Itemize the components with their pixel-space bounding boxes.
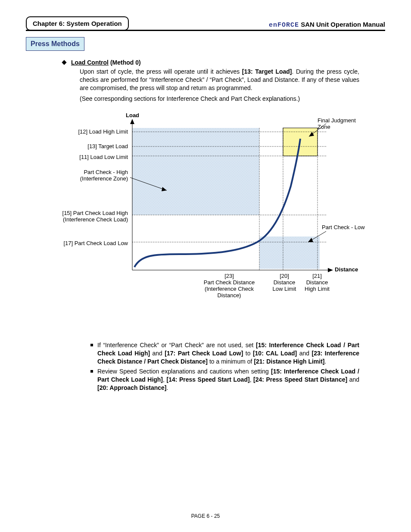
annotation-part-check-low: Part Check - Low [322, 224, 365, 230]
x-tick-21: [21] Distance High Limit [302, 273, 332, 292]
manual-title: enFORCE SAN Unit Operation Manual [269, 21, 385, 31]
note-item-2: Review Speed Section explanations and ca… [90, 367, 359, 392]
p1b: [13: Target Load] [242, 68, 292, 75]
y-label-target-load: [13] Target Load [42, 143, 128, 149]
svg-marker-14 [328, 268, 333, 272]
chapter-box: Chapter 6: System Operation [26, 16, 129, 31]
header-row: Chapter 6: System Operation enFORCE SAN … [26, 16, 385, 31]
x-tick-20-top: [20] [280, 273, 289, 279]
x-tick-20: [20] Distance Low Limit [269, 273, 299, 292]
method-para-1: Upon start of cycle, the press will oper… [80, 68, 359, 92]
y-label-part-check-high: Part Check - High (Interference Zone) [42, 169, 128, 182]
svg-marker-13 [130, 119, 134, 124]
page: Chapter 6: System Operation enFORCE SAN … [0, 0, 411, 532]
method-name: Load Control [71, 59, 109, 66]
y-label-part-check-load-high: [15] Part Check Load High (Interference … [42, 210, 128, 223]
note-item-1: If “Interference Check” or “Part Check” … [90, 341, 359, 366]
x-tick-21-l1: Distance [306, 279, 328, 286]
brand-logo: enFORCE [269, 22, 299, 29]
x-tick-21-top: [21] [312, 273, 322, 279]
diamond-bullet-icon [62, 60, 66, 65]
y-label-part-check-load-low: [17] Part Check Load Low [42, 240, 128, 246]
y-axis-label: Load [126, 112, 139, 118]
x-tick-20-l2: Low Limit [273, 286, 296, 292]
x-tick-23-top: [23] [224, 273, 234, 279]
method-block: Load Control (Method 0) Upon start of cy… [67, 59, 359, 103]
page-number: PAGE 6 - 25 [0, 513, 411, 519]
x-tick-23: [23] Part Check Distance (Interference C… [193, 273, 266, 299]
x-tick-23-l1: Part Check Distance [204, 279, 255, 286]
chart: Load Distance [12] Load High Limit [13] … [42, 113, 369, 307]
section-title-box: Press Methods [26, 37, 84, 51]
x-tick-20-l1: Distance [274, 279, 296, 286]
method-para-2: (See corresponding sections for Interfer… [80, 95, 359, 103]
x-tick-23-l2: (Interference Check Distance) [205, 286, 254, 299]
p1a: Upon start of cycle, the press will oper… [80, 68, 242, 75]
y-label-load-low-limit: [11] Load Low Limit [42, 154, 128, 160]
manual-title-text: SAN Unit Operation Manual [301, 21, 385, 28]
method-heading: Load Control (Method 0) [62, 59, 359, 67]
section-title: Press Methods [31, 40, 80, 47]
annotation-final-judgment: Final Judgment Zone [318, 117, 369, 130]
y-label-load-high-limit: [12] Load High Limit [42, 128, 128, 135]
method-number: (Method 0) [110, 59, 141, 66]
notes-list: If “Interference Check” or “Part Check” … [90, 341, 359, 392]
x-tick-21-l2: High Limit [305, 286, 330, 292]
chapter-title: Chapter 6: System Operation [33, 20, 122, 27]
zone-interference [132, 128, 259, 215]
x-axis-label: Distance [335, 266, 358, 273]
